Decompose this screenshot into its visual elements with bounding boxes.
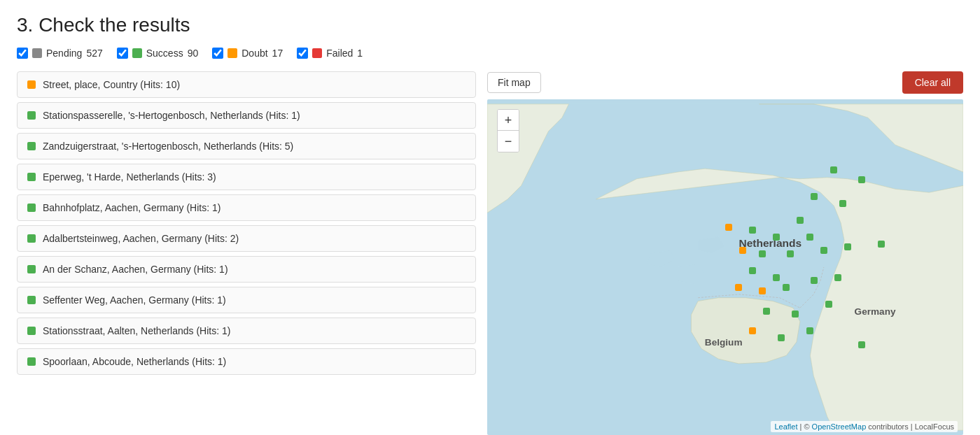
list-item[interactable]: An der Schanz, Aachen, Germany (Hits: 1) [17, 256, 476, 283]
page-title: 3. Check the results [17, 14, 963, 36]
list-item-text: Adalbertsteinweg, Aachen, Germany (Hits:… [43, 233, 239, 244]
zoom-in-button[interactable]: + [498, 110, 519, 131]
list-item[interactable]: Stationsstraat, Aalten, Netherlands (Hit… [17, 318, 476, 344]
belgium-label: Belgium [705, 337, 743, 348]
list-item[interactable]: Stationspasserelle, 's-Hertogenbosch, Ne… [17, 102, 476, 129]
germany-label: Germany [855, 306, 896, 317]
doubt-dot [227, 48, 237, 58]
list-item[interactable]: Eperweg, 't Harde, Netherlands (Hits: 3) [17, 164, 476, 190]
list-item-text: Spoorlaan, Abcoude, Netherlands (Hits: 1… [43, 356, 226, 367]
filter-success-checkbox[interactable] [117, 48, 128, 59]
list-item-dot [27, 142, 36, 150]
success-dot [132, 48, 142, 58]
filter-pending-count: 527 [86, 48, 102, 59]
netherlands-label: Netherlands [738, 237, 802, 249]
list-item-dot [27, 296, 36, 304]
filter-failed-checkbox[interactable] [297, 48, 308, 59]
filter-pending[interactable]: Pending 527 [17, 48, 103, 59]
fit-map-button[interactable]: Fit map [487, 72, 541, 93]
filter-pending-label: Pending [46, 48, 82, 59]
zoom-out-button[interactable]: − [498, 131, 519, 152]
list-item[interactable]: Bahnhofplatz, Aachen, Germany (Hits: 1) [17, 194, 476, 221]
filter-doubt-checkbox[interactable] [212, 48, 223, 59]
list-item-dot [27, 204, 36, 212]
list-item-dot [27, 357, 36, 366]
map-container[interactable]: + − [487, 99, 963, 435]
filter-doubt[interactable]: Doubt 17 [212, 48, 283, 59]
list-item-text: Stationspasserelle, 's-Hertogenbosch, Ne… [43, 110, 300, 121]
filter-success-count: 90 [188, 48, 199, 59]
list-item[interactable]: Street, place, Country (Hits: 10) [17, 71, 476, 98]
filter-pending-checkbox[interactable] [17, 48, 28, 59]
list-item-dot [27, 80, 36, 89]
filter-doubt-label: Doubt [241, 48, 267, 59]
filter-doubt-count: 17 [272, 48, 284, 59]
list-item-text: An der Schanz, Aachen, Germany (Hits: 1) [43, 264, 228, 275]
map-zoom-controls: + − [497, 109, 519, 152]
results-list: Street, place, Country (Hits: 10)Station… [17, 71, 479, 375]
failed-dot [312, 48, 322, 58]
main-content: Street, place, Country (Hits: 10)Station… [17, 71, 963, 435]
list-item-text: Seffenter Weg, Aachen, Germany (Hits: 1) [43, 294, 226, 306]
list-item-text: Eperweg, 't Harde, Netherlands (Hits: 3) [43, 171, 216, 183]
filter-failed-label: Failed [326, 48, 353, 59]
list-item-text: Bahnhofplatz, Aachen, Germany (Hits: 1) [43, 202, 220, 213]
leaflet-link[interactable]: Leaflet [774, 422, 797, 431]
clear-all-button[interactable]: Clear all [902, 71, 963, 94]
map-svg: Netherlands Belgium Germany [487, 99, 963, 435]
list-item[interactable]: Seffenter Weg, Aachen, Germany (Hits: 1) [17, 287, 476, 313]
list-item-dot [27, 327, 36, 335]
list-item-dot [27, 173, 36, 181]
list-item-dot [27, 265, 36, 273]
attribution-text: | © OpenStreetMap contributors | LocalFo… [800, 422, 954, 431]
list-item-dot [27, 111, 36, 120]
list-item[interactable]: Zandzuigerstraat, 's-Hertogenbosch, Neth… [17, 133, 476, 159]
filter-failed[interactable]: Failed 1 [297, 48, 363, 59]
map-attribution: Leaflet | © OpenStreetMap contributors |… [771, 421, 958, 432]
filter-success-label: Success [146, 48, 183, 59]
list-item-text: Zandzuigerstraat, 's-Hertogenbosch, Neth… [43, 141, 293, 152]
pending-dot [32, 48, 42, 58]
map-controls: Fit map Clear all [487, 71, 963, 94]
filter-failed-count: 1 [357, 48, 363, 59]
filter-bar: Pending 527 Success 90 Doubt 17 Failed 1 [17, 48, 963, 59]
filter-success[interactable]: Success 90 [117, 48, 199, 59]
list-item-text: Stationsstraat, Aalten, Netherlands (Hit… [43, 325, 230, 336]
map-panel: Fit map Clear all + − [487, 71, 963, 435]
list-item-dot [27, 234, 36, 243]
list-item-text: Street, place, Country (Hits: 10) [43, 79, 180, 90]
list-item[interactable]: Spoorlaan, Abcoude, Netherlands (Hits: 1… [17, 348, 476, 375]
list-item[interactable]: Adalbertsteinweg, Aachen, Germany (Hits:… [17, 225, 476, 252]
osm-link[interactable]: OpenStreetMap [812, 422, 867, 431]
